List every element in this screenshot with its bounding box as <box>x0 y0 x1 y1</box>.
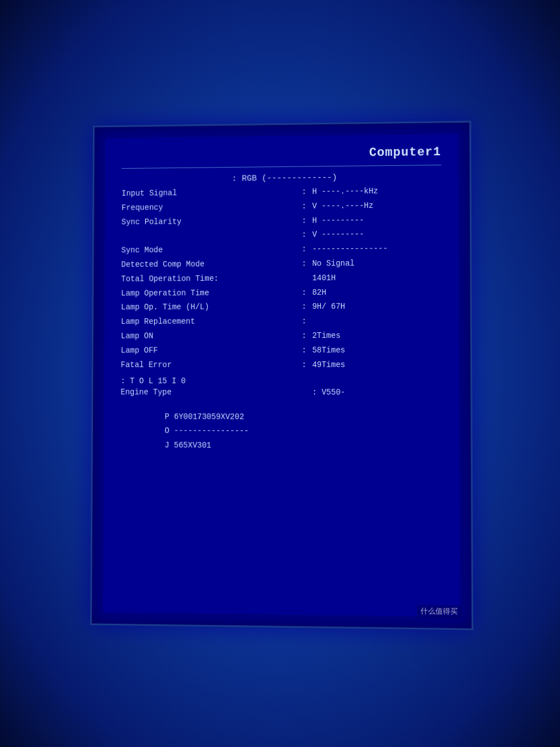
row-label: Lamp Replacement <box>121 314 296 329</box>
table-row: Frequency : V ----.----Hz <box>122 198 441 215</box>
table-row: Lamp Replacement : <box>121 314 442 329</box>
table-row: Lamp OFF : 58Times <box>121 343 442 358</box>
projector-screen: Computer1 : RGB (-------------) Input Si… <box>90 120 473 630</box>
row-value: H ----.----kHz <box>312 183 441 199</box>
table-row: Lamp ON : 2Times <box>121 328 442 344</box>
table-row: Sync Polarity : H --------- <box>122 212 442 229</box>
serial-line: J 565XV301 <box>165 438 442 453</box>
row-label: Input Signal <box>122 185 296 201</box>
row-value: No Signal <box>312 256 441 271</box>
row-label: Lamp Op. Time (H/L) <box>121 300 296 315</box>
row-value: V ----.----Hz <box>312 198 441 214</box>
engine-row: Engine Type : V550- <box>120 386 442 400</box>
row-colon <box>296 271 312 285</box>
row-value <box>312 314 442 328</box>
row-colon: : <box>296 199 312 214</box>
row-colon: : <box>296 285 312 300</box>
row-colon: : <box>296 358 312 372</box>
title-bar: Computer1 <box>122 145 441 163</box>
table-row: : V --------- <box>122 227 442 244</box>
row-label: Frequency <box>122 199 296 215</box>
row-colon: : <box>296 300 312 314</box>
rgb-line: : RGB (-------------) <box>232 171 441 183</box>
engine-section: : T O L 15 I 0 Engine Type : V550- <box>120 377 442 400</box>
watermark: 什么值得买 <box>417 605 461 618</box>
row-label: Total Operation Time: <box>121 271 296 286</box>
row-value: H --------- <box>312 212 441 228</box>
screen-content: Computer1 : RGB (-------------) Input Si… <box>103 133 460 616</box>
table-row: Sync Mode : ---------------- <box>122 242 442 258</box>
row-colon: : <box>296 257 312 271</box>
table-row: Lamp Op. Time (H/L) : 9H/ 67H <box>121 299 442 315</box>
screen-title: Computer1 <box>369 145 441 160</box>
row-label: Lamp OFF <box>121 343 296 358</box>
table-row: Total Operation Time: 1401H <box>121 270 441 286</box>
row-label: Lamp ON <box>121 329 296 344</box>
divider <box>122 164 441 168</box>
engine-codes: : T O L 15 I 0 <box>120 377 185 386</box>
table-row: Lamp Operation Time : 82H <box>121 285 442 300</box>
row-colon: : <box>296 185 312 199</box>
row-value: V --------- <box>312 227 441 242</box>
row-label: Fatal Error <box>121 358 296 372</box>
info-table: Input Signal : H ----.----kHz Frequency … <box>121 183 442 372</box>
row-label: Detected Comp Mode <box>121 257 296 272</box>
row-label: Sync Mode <box>122 242 296 258</box>
row-colon: : <box>296 242 312 257</box>
row-colon: : <box>296 328 312 343</box>
row-colon: : <box>296 214 312 228</box>
engine-label: Engine Type <box>120 386 296 400</box>
row-value: 2Times <box>312 328 442 343</box>
row-value: 82H <box>312 285 441 300</box>
row-colon: : <box>296 228 312 242</box>
row-colon: : <box>296 343 312 358</box>
row-value: 58Times <box>312 343 442 358</box>
engine-table: Engine Type : V550- <box>120 386 442 400</box>
serial-section: P 6Y00173059XV202O ----------------J 565… <box>120 410 442 453</box>
row-value: 9H/ 67H <box>312 299 441 314</box>
serial-line: P 6Y00173059XV202 <box>165 410 442 424</box>
row-value: 1401H <box>312 270 441 285</box>
row-label: Sync Polarity <box>122 214 296 229</box>
row-label <box>122 228 296 244</box>
row-value: ---------------- <box>312 242 441 257</box>
table-row: Fatal Error : 49Times <box>121 358 442 372</box>
row-value: 49Times <box>312 358 442 372</box>
row-colon: : <box>296 314 312 329</box>
engine-value: : V550- <box>312 386 442 400</box>
table-row: Detected Comp Mode : No Signal <box>121 256 441 272</box>
serial-line: O ---------------- <box>165 424 442 439</box>
row-label: Lamp Operation Time <box>121 285 296 300</box>
